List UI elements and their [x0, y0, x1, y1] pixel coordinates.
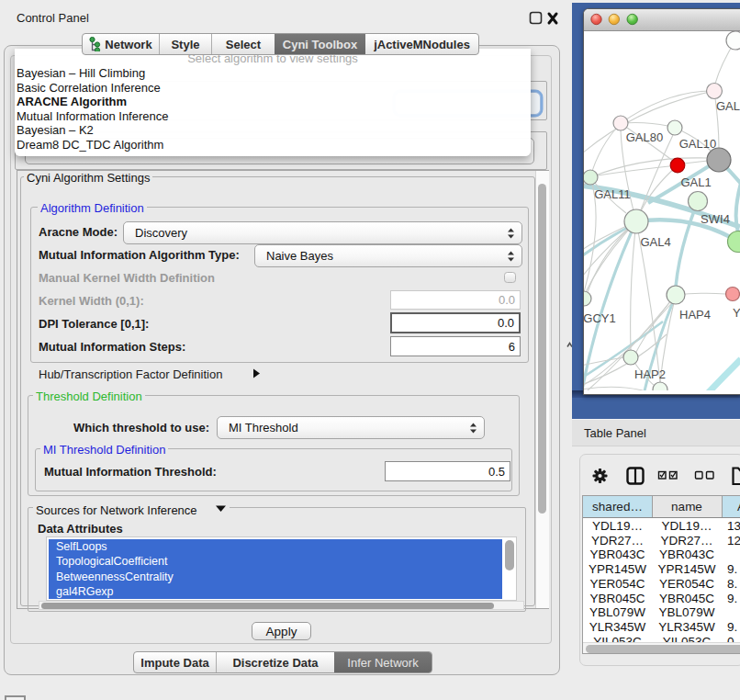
svg-text:HAP4: HAP4	[679, 308, 711, 322]
svg-text:SWI4: SWI4	[701, 212, 730, 226]
svg-text:GAL10: GAL10	[679, 137, 716, 151]
svg-text:GAL80: GAL80	[626, 130, 663, 144]
svg-text:Y: Y	[733, 306, 740, 320]
svg-text:HAP2: HAP2	[634, 367, 666, 381]
svg-text:GAL7: GAL7	[716, 99, 740, 113]
svg-text:GAL1: GAL1	[680, 175, 711, 189]
svg-text:GCY1: GCY1	[584, 311, 616, 325]
svg-text:GAL11: GAL11	[594, 187, 631, 201]
svg-text:GAL4: GAL4	[640, 235, 670, 249]
